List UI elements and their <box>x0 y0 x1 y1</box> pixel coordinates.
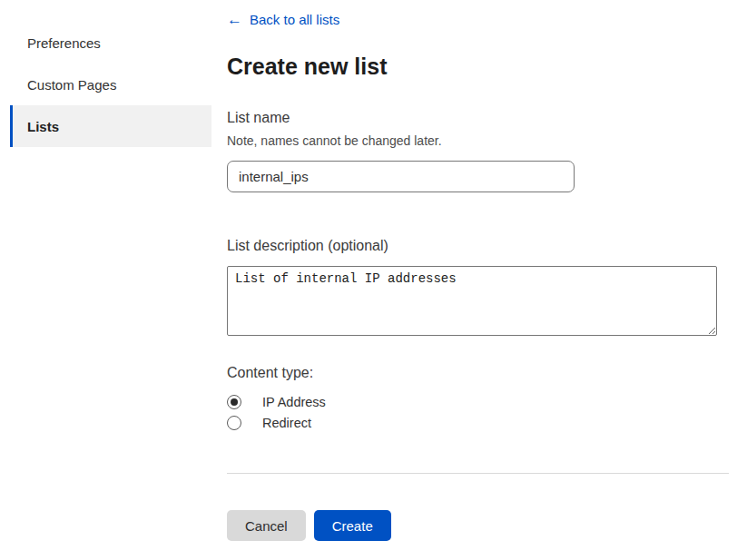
list-name-note: Note, names cannot be changed later. <box>227 133 729 149</box>
sidebar-item-custom-pages[interactable]: Custom Pages <box>0 64 227 105</box>
sidebar-item-lists[interactable]: Lists <box>10 105 211 147</box>
page-title: Create new list <box>227 53 729 80</box>
radio-option-label: IP Address <box>262 395 326 409</box>
main-content: ← Back to all lists Create new list List… <box>227 0 729 560</box>
back-link-label: Back to all lists <box>250 11 339 29</box>
cancel-button[interactable]: Cancel <box>227 510 306 541</box>
sidebar-item-preferences[interactable]: Preferences <box>0 22 227 64</box>
radio-button-icon[interactable] <box>227 395 241 409</box>
create-button[interactable]: Create <box>314 510 391 541</box>
radio-option-label: Redirect <box>262 416 311 430</box>
list-description-textarea[interactable]: List of internal IP addresses <box>227 266 717 336</box>
sidebar: Preferences Custom Pages Lists <box>0 0 227 560</box>
content-type-radio-group: IP Address Redirect <box>227 395 729 430</box>
form-actions: Cancel Create <box>227 510 729 541</box>
section-divider <box>227 473 729 474</box>
radio-button-icon[interactable] <box>227 416 241 430</box>
content-type-label: Content type: <box>227 364 729 382</box>
back-arrow-icon: ← <box>227 11 242 29</box>
list-description-label: List description (optional) <box>227 237 729 255</box>
list-name-label: List name <box>227 109 729 127</box>
radio-option-redirect[interactable]: Redirect <box>227 416 729 430</box>
page: Preferences Custom Pages Lists ← Back to… <box>0 0 747 560</box>
back-to-all-lists-link[interactable]: ← Back to all lists <box>227 11 339 29</box>
radio-option-ip-address[interactable]: IP Address <box>227 395 729 409</box>
list-name-input[interactable] <box>227 161 575 192</box>
